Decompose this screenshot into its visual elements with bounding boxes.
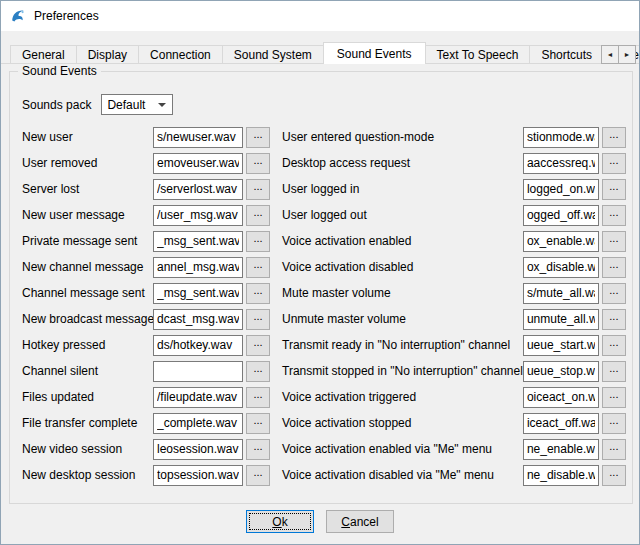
tab-sound-events[interactable]: Sound Events <box>323 42 426 64</box>
sound-file-input[interactable] <box>153 257 243 278</box>
browse-button[interactable]: ... <box>246 361 270 382</box>
sound-file-input[interactable] <box>153 205 243 226</box>
sounds-pack-row: Sounds pack Default <box>22 94 173 115</box>
tab-shortcuts[interactable]: Shortcuts <box>529 45 604 64</box>
sound-event-label: Voice activation enabled <box>282 234 523 248</box>
sound-file-input[interactable] <box>523 257 599 278</box>
sound-event-label: Voice activation enabled via "Me" menu <box>282 442 523 456</box>
cancel-button[interactable]: Cancel <box>326 510 394 533</box>
browse-button[interactable]: ... <box>246 387 270 408</box>
sound-file-input[interactable] <box>523 179 599 200</box>
tab-display[interactable]: Display <box>76 45 139 64</box>
table-row: Transmit stopped in "No interruption" ch… <box>282 358 626 384</box>
sound-file-input[interactable] <box>153 387 243 408</box>
sound-event-label: Hotkey pressed <box>22 338 153 352</box>
sounds-pack-select[interactable]: Default <box>101 94 173 115</box>
tab-general[interactable]: General <box>10 45 77 64</box>
sound-file-input[interactable] <box>523 439 599 460</box>
browse-button[interactable]: ... <box>602 205 626 226</box>
sound-file-input[interactable] <box>523 309 599 330</box>
browse-button[interactable]: ... <box>602 231 626 252</box>
browse-button[interactable]: ... <box>602 335 626 356</box>
browse-button[interactable]: ... <box>246 127 270 148</box>
ok-button[interactable]: Ok <box>246 510 314 533</box>
browse-button[interactable]: ... <box>246 413 270 434</box>
chevron-down-icon <box>158 103 166 107</box>
sound-file-input[interactable] <box>153 335 243 356</box>
sound-file-input[interactable] <box>153 179 243 200</box>
tab-scroll-right-button[interactable]: ► <box>618 45 636 64</box>
sound-file-input[interactable] <box>153 283 243 304</box>
sound-file-input[interactable] <box>523 387 599 408</box>
browse-button[interactable]: ... <box>246 335 270 356</box>
browse-button[interactable]: ... <box>602 257 626 278</box>
table-row: Mute master volume ... <box>282 280 626 306</box>
tab-scroll-left-button[interactable]: ◄ <box>601 45 619 64</box>
sound-events-groupbox: Sound Events Sounds pack Default New use… <box>9 71 633 504</box>
table-row: New user ... <box>22 124 270 150</box>
browse-button[interactable]: ... <box>246 205 270 226</box>
sound-file-input[interactable] <box>523 413 599 434</box>
sound-event-label: User removed <box>22 156 153 170</box>
groupbox-label: Sound Events <box>18 64 101 78</box>
table-row: Channel message sent ... <box>22 280 270 306</box>
table-row: New broadcast message ... <box>22 306 270 332</box>
ok-button-label: O <box>272 515 281 529</box>
table-row: User entered question-mode ... <box>282 124 626 150</box>
sound-file-input[interactable] <box>523 465 599 486</box>
table-row: Voice activation enabled ... <box>282 228 626 254</box>
browse-button[interactable]: ... <box>246 153 270 174</box>
tab-sound-system[interactable]: Sound System <box>222 45 324 64</box>
browse-button[interactable]: ... <box>246 309 270 330</box>
browse-button[interactable]: ... <box>602 283 626 304</box>
table-row: Channel silent ... <box>22 358 270 384</box>
browse-button[interactable]: ... <box>602 361 626 382</box>
sound-event-label: Voice activation triggered <box>282 390 523 404</box>
table-row: File transfer complete ... <box>22 410 270 436</box>
tab-connection[interactable]: Connection <box>138 45 223 64</box>
browse-button[interactable]: ... <box>246 257 270 278</box>
sound-events-left-column: New user ... User removed ... Server los… <box>22 124 270 488</box>
tab-text-to-speech[interactable]: Text To Speech <box>425 45 531 64</box>
sound-file-input[interactable] <box>153 153 243 174</box>
browse-button[interactable]: ... <box>602 127 626 148</box>
sound-file-input[interactable] <box>523 283 599 304</box>
sound-event-label: Unmute master volume <box>282 312 523 326</box>
sound-file-input[interactable] <box>523 127 599 148</box>
browse-button[interactable]: ... <box>602 465 626 486</box>
sound-event-label: User logged in <box>282 182 523 196</box>
browse-button[interactable]: ... <box>246 179 270 200</box>
table-row: Hotkey pressed ... <box>22 332 270 358</box>
table-row: Voice activation stopped ... <box>282 410 626 436</box>
browse-button[interactable]: ... <box>602 153 626 174</box>
browse-button[interactable]: ... <box>602 413 626 434</box>
app-icon <box>10 8 26 24</box>
sound-file-input[interactable] <box>523 231 599 252</box>
sound-event-label: Transmit ready in "No interruption" chan… <box>282 338 523 352</box>
browse-button[interactable]: ... <box>602 387 626 408</box>
browse-button[interactable]: ... <box>246 283 270 304</box>
sound-event-label: Desktop access request <box>282 156 523 170</box>
preferences-dialog: Preferences General Display Connection S… <box>0 0 640 545</box>
sound-file-input[interactable] <box>523 205 599 226</box>
browse-button[interactable]: ... <box>602 439 626 460</box>
browse-button[interactable]: ... <box>246 439 270 460</box>
sound-file-input[interactable] <box>153 231 243 252</box>
sound-event-label: New channel message <box>22 260 153 274</box>
sound-file-input[interactable] <box>153 413 243 434</box>
cancel-button-label: C <box>341 515 350 529</box>
sound-file-input[interactable] <box>153 361 243 382</box>
cancel-button-label-rest: ancel <box>350 515 379 529</box>
sound-file-input[interactable] <box>153 465 243 486</box>
table-row: Voice activation enabled via "Me" menu .… <box>282 436 626 462</box>
browse-button[interactable]: ... <box>246 231 270 252</box>
sound-file-input[interactable] <box>523 153 599 174</box>
sound-file-input[interactable] <box>153 127 243 148</box>
sound-file-input[interactable] <box>153 439 243 460</box>
browse-button[interactable]: ... <box>602 309 626 330</box>
sound-file-input[interactable] <box>523 361 599 382</box>
browse-button[interactable]: ... <box>246 465 270 486</box>
sound-file-input[interactable] <box>523 335 599 356</box>
sound-file-input[interactable] <box>153 309 243 330</box>
browse-button[interactable]: ... <box>602 179 626 200</box>
